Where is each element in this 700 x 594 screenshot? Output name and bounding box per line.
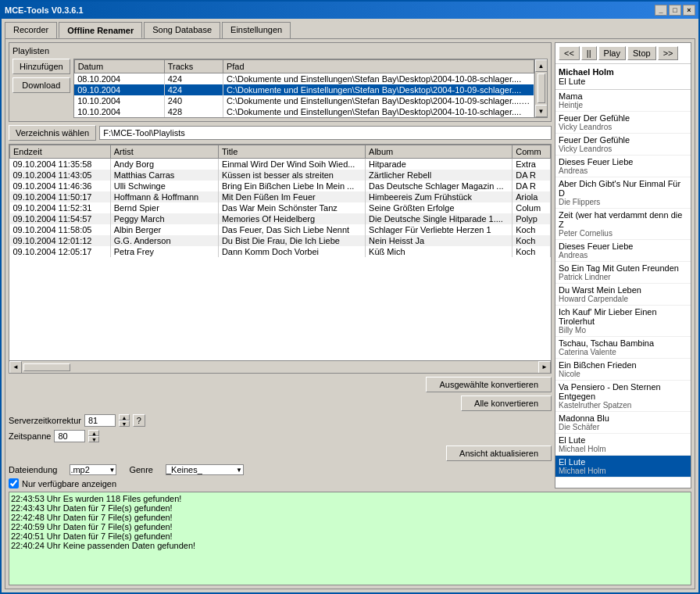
right-controls: << || Play Stop >> (555, 43, 691, 64)
track-row[interactable]: 09.10.2004 11:58:05 Albin Berger Das Feu… (10, 224, 551, 235)
track-endzeit: 09.10.2004 11:35:58 (10, 159, 111, 170)
nur-verfugbare-checkbox[interactable] (9, 478, 19, 488)
next-next-button[interactable]: >> (658, 46, 679, 60)
list-item[interactable]: Mama Heintje (555, 90, 691, 112)
song-list[interactable]: Mama Heintje Feuer Der Gefühle Vicky Lea… (555, 90, 691, 488)
serverzeitkorrektur-input[interactable] (84, 414, 116, 427)
spin-up-2[interactable]: ▲ (88, 430, 99, 436)
list-item[interactable]: Madonna Blu Die Schäfer (555, 412, 691, 434)
col-album[interactable]: Album (366, 145, 512, 159)
log-line: 22:42:48 Uhr Daten für 7 File(s) gefunde… (11, 513, 689, 522)
nur-verfugbare-label: Nur verfügbare anzeigen (22, 479, 116, 488)
zeitspanne-input[interactable] (54, 430, 85, 442)
track-row[interactable]: 09.10.2004 11:46:36 Ulli Schwinge Bring … (10, 181, 551, 191)
playlist-row[interactable]: 10.10.2004 428 C:\Dokumente und Einstell… (74, 106, 534, 117)
list-item[interactable]: Tschau, Tschau Bambina Caterina Valente (555, 337, 691, 359)
tab-recorder[interactable]: Recorder (5, 22, 57, 38)
playlist-col-datum[interactable]: Datum (74, 60, 164, 73)
genre-select[interactable]: _Keines_ Pop Rock (166, 464, 244, 475)
playlist-row[interactable]: 10.10.2004 240 C:\Dokumente und Einstell… (74, 95, 534, 106)
spin-down-1[interactable]: ▼ (119, 420, 130, 427)
playlist-datum: 10.10.2004 (74, 95, 164, 106)
song-title: Ich Kauf' Mir Lieber Einen Tirolerhut (559, 307, 688, 326)
list-item[interactable]: El Lute Michael Holm (555, 434, 691, 456)
list-item[interactable]: Dieses Feuer Liebe Andreas (555, 240, 691, 262)
log-area: 22:43:53 Uhr Es wurden 118 Files gefunde… (9, 492, 691, 585)
track-album: Seine Größten Erfolge (366, 202, 512, 213)
minimize-button[interactable]: _ (655, 5, 667, 16)
playlist-table-inner: Datum Tracks Pfad 08.10.2004 424 C:\Doku… (74, 59, 534, 117)
col-comm[interactable]: Comm (512, 145, 551, 159)
hscroll-track[interactable] (23, 363, 537, 371)
track-artist: Andy Borg (110, 159, 218, 170)
download-button[interactable]: Download (12, 77, 70, 93)
scroll-thumb[interactable] (538, 73, 545, 103)
track-artist: Matthias Carras (110, 170, 218, 181)
playlist-datum: 09.10.2004 (74, 84, 164, 95)
tab-einstellungen[interactable]: Einstellungen (222, 22, 291, 38)
help-button[interactable]: ? (133, 414, 145, 427)
track-endzeit: 09.10.2004 11:50:17 (10, 191, 111, 202)
track-album: Himbeereis Zum Frühstück (366, 191, 512, 202)
list-item[interactable]: Va Pensiero - Den Sternen Entgegen Kaste… (555, 381, 691, 412)
log-line: 22:40:59 Uhr Daten für 7 File(s) gefunde… (11, 522, 689, 531)
track-row[interactable]: 09.10.2004 11:52:31 Bernd Spier Das War … (10, 202, 551, 213)
zeitspanne-row: Zeitspanne ▲ ▼ (9, 430, 552, 442)
hscroll-thumb[interactable] (23, 363, 70, 371)
close-button[interactable]: × (683, 5, 695, 16)
tracks-scroll[interactable]: Endzeit Artist Title Album Comm 09.10.20… (9, 145, 551, 360)
track-row[interactable]: 09.10.2004 12:01:12 G.G. Anderson Du Bis… (10, 235, 551, 246)
scroll-left-btn[interactable]: ◄ (9, 361, 22, 374)
list-item[interactable]: So Ein Tag Mit Guten Freunden Patrick Li… (555, 262, 691, 284)
track-row[interactable]: 09.10.2004 11:54:57 Peggy March Memories… (10, 213, 551, 224)
log-line: 22:43:53 Uhr Es wurden 118 Files gefunde… (11, 494, 689, 503)
tab-content: Playlisten Hinzufügen Download (5, 38, 695, 589)
dateiendung-select[interactable]: .mp2 .mp3 (70, 464, 116, 475)
list-item[interactable]: Zeit (wer hat verdammt denn die Z Peter … (555, 209, 691, 240)
list-item[interactable]: Aber Dich Gibt's Nur Einmal Für D Die Fl… (555, 177, 691, 209)
scroll-down-btn[interactable]: ▼ (535, 105, 548, 117)
maximize-button[interactable]: □ (669, 5, 681, 16)
track-row[interactable]: 09.10.2004 11:43:05 Matthias Carras Küss… (10, 170, 551, 181)
list-item[interactable]: Feuer Der Gefühle Vicky Leandros (555, 134, 691, 156)
now-playing-artist: Michael Holm (559, 67, 688, 77)
stop-button[interactable]: Stop (627, 46, 656, 60)
track-artist: Petra Frey (110, 246, 218, 257)
track-row[interactable]: 09.10.2004 12:05:17 Petra Frey Dann Komm… (10, 246, 551, 257)
song-title: Feuer Der Gefühle (559, 113, 688, 123)
col-artist[interactable]: Artist (110, 145, 218, 159)
track-row[interactable]: 09.10.2004 11:35:58 Andy Borg Einmal Wir… (10, 159, 551, 170)
song-artist: Michael Holm (559, 467, 688, 475)
scroll-right-btn[interactable]: ► (538, 361, 551, 374)
playlist-col-tracks[interactable]: Tracks (164, 60, 223, 73)
tab-offline-renamer[interactable]: Offline Renamer (59, 22, 142, 38)
list-item[interactable]: Feuer Der Gefühle Vicky Leandros (555, 112, 691, 134)
playlist-tracks: 424 (164, 84, 223, 95)
prev-prev-button[interactable]: << (559, 46, 580, 60)
pause-button[interactable]: || (581, 46, 597, 60)
spin-down-2[interactable]: ▼ (88, 436, 99, 442)
col-title[interactable]: Title (218, 145, 365, 159)
song-title: Feuer Der Gefühle (559, 135, 688, 145)
track-row[interactable]: 09.10.2004 11:50:17 Hoffmann & Hoffmann … (10, 191, 551, 202)
playlist-row[interactable]: 09.10.2004 424 C:\Dokumente und Einstell… (74, 84, 534, 95)
track-title: Das Feuer, Das Sich Liebe Nennt (218, 224, 365, 235)
ansicht-aktualisieren-button[interactable]: Ansicht aktualisieren (446, 446, 552, 461)
song-title: Zeit (wer hat verdammt denn die Z (559, 210, 688, 229)
play-button[interactable]: Play (598, 46, 626, 60)
spin-up-1[interactable]: ▲ (119, 414, 130, 420)
alle-konvertieren-button[interactable]: Alle konvertieren (461, 395, 552, 411)
directory-button[interactable]: Verzeichnis wählen (9, 125, 96, 141)
tab-song-database[interactable]: Song Database (144, 22, 220, 38)
playlist-col-pfad[interactable]: Pfad (223, 60, 534, 73)
scroll-up-btn[interactable]: ▲ (535, 59, 548, 72)
list-item[interactable]: Dieses Feuer Liebe Andreas (555, 156, 691, 177)
list-item[interactable]: El Lute Michael Holm (555, 456, 691, 478)
add-button[interactable]: Hinzufügen (12, 59, 70, 74)
ausgewahlte-konvertieren-button[interactable]: Ausgewählte konvertieren (426, 377, 552, 392)
list-item[interactable]: Du Warst Mein Leben Howard Carpendale (555, 284, 691, 306)
col-endzeit[interactable]: Endzeit (10, 145, 111, 159)
playlist-row[interactable]: 08.10.2004 424 C:\Dokumente und Einstell… (74, 73, 534, 85)
list-item[interactable]: Ich Kauf' Mir Lieber Einen Tirolerhut Bi… (555, 306, 691, 337)
list-item[interactable]: Ein Bißchen Frieden Nicole (555, 359, 691, 381)
